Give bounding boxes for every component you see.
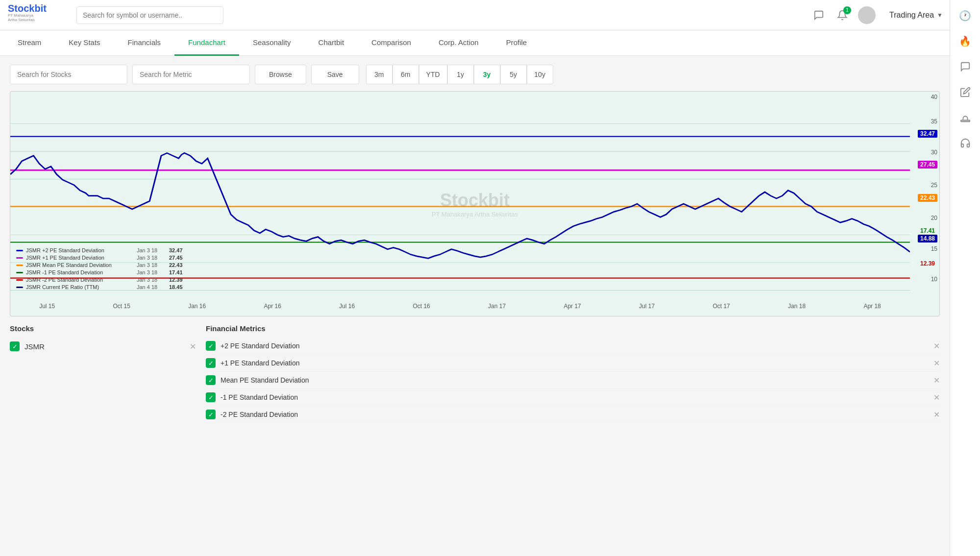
notification-icon[interactable]: 1 xyxy=(834,7,850,23)
time-1y[interactable]: 1y xyxy=(447,65,474,84)
metric-remove-plus1[interactable]: ✕ xyxy=(933,359,940,368)
metric-checkbox-minus2[interactable]: ✓ xyxy=(206,410,216,419)
stamp-icon[interactable] xyxy=(955,107,976,128)
legend-name-plus2: JSMR +2 PE Standard Deviation xyxy=(26,247,134,253)
x-label-oct16: Oct 16 xyxy=(413,303,430,310)
navbar: Stockbit PT Mahakarya Artha Sekuritas 1 … xyxy=(0,0,980,30)
message-icon[interactable] xyxy=(811,7,827,23)
x-label-oct15: Oct 15 xyxy=(113,303,130,310)
toolbar: Browse Save 3m 6m YTD 1y 3y 5y 10y xyxy=(10,65,940,84)
tab-stream[interactable]: Stream xyxy=(4,30,55,56)
nav-right: 1 Trading Area ▼ xyxy=(811,6,972,24)
pencil-icon[interactable] xyxy=(955,81,976,103)
x-label-apr16: Apr 16 xyxy=(264,303,281,310)
metric-remove-minus2[interactable]: ✕ xyxy=(933,410,940,419)
x-label-apr17: Apr 17 xyxy=(564,303,581,310)
legend-date-minus1: Jan 3 18 xyxy=(137,269,166,275)
time-ytd[interactable]: YTD xyxy=(419,65,447,84)
search-metric-input[interactable] xyxy=(132,65,250,84)
tab-profile[interactable]: Profile xyxy=(492,30,541,56)
clock-icon[interactable]: 🕐 xyxy=(955,5,976,26)
save-button[interactable]: Save xyxy=(311,65,359,84)
x-label-apr18: Apr 18 xyxy=(863,303,881,310)
trading-area-button[interactable]: Trading Area ▼ xyxy=(883,8,949,23)
logo-sub: PT Mahakarya Artha Sekuritas xyxy=(8,13,42,23)
time-5y[interactable]: 5y xyxy=(500,65,527,84)
legend-item-current: JSMR Current PE Ratio (TTM) Jan 4 18 18.… xyxy=(16,284,194,290)
trading-area-label: Trading Area xyxy=(889,11,934,20)
legend-color-mean xyxy=(16,265,23,266)
tab-fundachart[interactable]: Fundachart xyxy=(174,30,239,56)
metric-checkbox-plus1[interactable]: ✓ xyxy=(206,358,216,368)
legend-date-plus1: Jan 3 18 xyxy=(137,255,166,261)
legend-name-current: JSMR Current PE Ratio (TTM) xyxy=(26,284,134,290)
x-label-jul16: Jul 16 xyxy=(339,303,355,310)
metric-name-minus2: -2 PE Standard Deviation xyxy=(220,411,929,418)
x-label-jan17: Jan 17 xyxy=(488,303,506,310)
stock-remove-jsmr[interactable]: ✕ xyxy=(190,342,196,351)
metric-item-plus2: ✓ +2 PE Standard Deviation ✕ xyxy=(206,338,940,355)
legend-item-plus2: JSMR +2 PE Standard Deviation Jan 3 18 3… xyxy=(16,247,194,253)
legend-color-plus2 xyxy=(16,250,23,251)
legend-item-plus1: JSMR +1 PE Standard Deviation Jan 3 18 2… xyxy=(16,255,194,261)
tab-corp-action[interactable]: Corp. Action xyxy=(425,30,492,56)
legend-name-plus1: JSMR +1 PE Standard Deviation xyxy=(26,255,134,261)
time-6m[interactable]: 6m xyxy=(392,65,419,84)
metrics-panel: Financial Metrics ✓ +2 PE Standard Devia… xyxy=(206,324,940,423)
chevron-down-icon: ▼ xyxy=(937,12,943,19)
stocks-panel: Stocks ✓ JSMR ✕ xyxy=(10,324,196,423)
metric-remove-mean[interactable]: ✕ xyxy=(933,376,940,385)
x-label-jul15: Jul 15 xyxy=(39,303,55,310)
user-avatar[interactable] xyxy=(858,6,876,24)
fire-icon[interactable]: 🔥 xyxy=(955,30,976,52)
tab-keystats[interactable]: Key Stats xyxy=(55,30,114,56)
metric-remove-plus2[interactable]: ✕ xyxy=(933,341,940,351)
time-3m[interactable]: 3m xyxy=(366,65,392,84)
main-content: Browse Save 3m 6m YTD 1y 3y 5y 10y xyxy=(0,56,950,433)
legend-item-minus1: JSMR -1 PE Standard Deviation Jan 3 18 1… xyxy=(16,269,194,275)
legend-val-current: 18.45 xyxy=(169,284,194,290)
legend-date-mean: Jan 3 18 xyxy=(137,262,166,268)
x-label-jan16: Jan 16 xyxy=(188,303,206,310)
tab-seasonality[interactable]: Seasonality xyxy=(239,30,305,56)
legend-name-minus1: JSMR -1 PE Standard Deviation xyxy=(26,269,134,275)
notification-badge: 1 xyxy=(843,6,851,14)
metric-name-minus1: -1 PE Standard Deviation xyxy=(220,393,929,401)
search-stocks-input[interactable] xyxy=(10,65,127,84)
legend-color-minus2 xyxy=(16,279,23,281)
stock-checkbox-jsmr[interactable]: ✓ xyxy=(10,341,20,351)
logo-area: Stockbit PT Mahakarya Artha Sekuritas xyxy=(8,3,67,27)
metric-remove-minus1[interactable]: ✕ xyxy=(933,393,940,402)
global-search-input[interactable] xyxy=(76,6,223,24)
legend-name-minus2: JSMR -2 PE Standard Deviation xyxy=(26,277,134,283)
browse-button[interactable]: Browse xyxy=(255,65,306,84)
legend-date-minus2: Jan 3 18 xyxy=(137,277,166,283)
legend-date-current: Jan 4 18 xyxy=(137,284,166,290)
legend-val-minus1: 17.41 xyxy=(169,269,194,275)
metric-item-mean: ✓ Mean PE Standard Deviation ✕ xyxy=(206,372,940,389)
legend-val-plus2: 32.47 xyxy=(169,247,194,253)
legend-val-minus2: 12.39 xyxy=(169,277,194,283)
stock-item-jsmr: ✓ JSMR ✕ xyxy=(10,338,196,355)
headset-icon[interactable] xyxy=(955,132,976,154)
time-10y[interactable]: 10y xyxy=(527,65,553,84)
metric-checkbox-minus1[interactable]: ✓ xyxy=(206,392,216,402)
metric-name-mean: Mean PE Standard Deviation xyxy=(220,376,929,384)
time-3y[interactable]: 3y xyxy=(474,65,500,84)
tab-financials[interactable]: Financials xyxy=(114,30,175,56)
chat-icon[interactable] xyxy=(955,56,976,77)
metric-item-minus1: ✓ -1 PE Standard Deviation ✕ xyxy=(206,389,940,406)
legend-color-plus1 xyxy=(16,257,23,259)
svg-rect-0 xyxy=(960,121,969,122)
chart-container: 32.47 27.45 22.43 17.41 12.39 14.88 40 3… xyxy=(10,91,940,316)
metric-checkbox-mean[interactable]: ✓ xyxy=(206,375,216,385)
metric-checkbox-plus2[interactable]: ✓ xyxy=(206,341,216,351)
legend-color-minus1 xyxy=(16,272,23,273)
tab-comparison[interactable]: Comparison xyxy=(358,30,425,56)
metric-name-plus2: +2 PE Standard Deviation xyxy=(220,342,929,350)
tab-chartbit[interactable]: Chartbit xyxy=(305,30,358,56)
logo-text: Stockbit xyxy=(8,3,47,13)
right-sidebar: 🕐 🔥 xyxy=(950,0,980,556)
time-range-buttons: 3m 6m YTD 1y 3y 5y 10y xyxy=(366,65,553,84)
bottom-section: Stocks ✓ JSMR ✕ Financial Metrics ✓ +2 P… xyxy=(10,324,940,423)
